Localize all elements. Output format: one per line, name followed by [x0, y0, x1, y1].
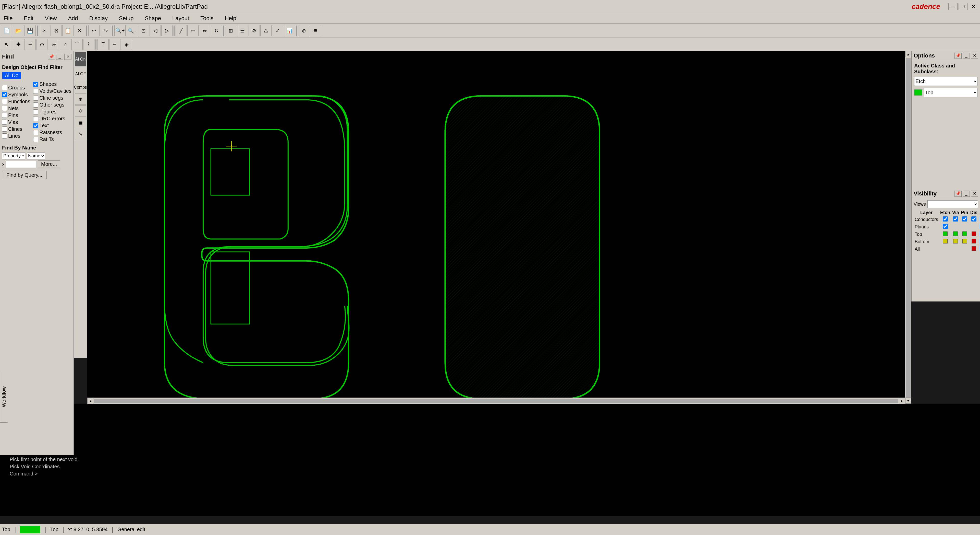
tb-grid[interactable]: ⊞: [225, 25, 236, 36]
menu-layout[interactable]: Layout: [171, 14, 191, 22]
tb-props[interactable]: ⚙: [248, 25, 260, 36]
vertical-scrollbar[interactable]: ▲ ▼: [905, 51, 911, 404]
views-select[interactable]: [928, 200, 978, 208]
tb2-align[interactable]: ⊣: [24, 39, 36, 50]
tb-paste[interactable]: 📋: [62, 25, 73, 36]
tb2-fillet[interactable]: ⌒: [72, 39, 83, 50]
conductors-dis-check[interactable]: [971, 216, 977, 222]
find-close-button[interactable]: ✕: [64, 54, 72, 60]
find-minimize-button[interactable]: _: [56, 54, 63, 60]
planes-etch-check[interactable]: [943, 224, 948, 229]
voids-checkbox[interactable]: [33, 89, 38, 94]
tb2-split[interactable]: ⌇: [83, 39, 94, 50]
scroll-up-button[interactable]: ▲: [905, 51, 911, 57]
pins-checkbox[interactable]: [2, 113, 7, 118]
lines-checkbox[interactable]: [2, 133, 7, 139]
main-canvas[interactable]: [87, 51, 911, 404]
tb-undo[interactable]: ↩: [88, 25, 100, 36]
tb2-snap[interactable]: ⊙: [36, 39, 48, 50]
menu-tools[interactable]: Tools: [199, 14, 215, 22]
conductors-etch-check[interactable]: [943, 216, 948, 222]
console-inner[interactable]: last pick: -1.4366 0.3810 Pick shape or …: [8, 404, 980, 506]
othersegs-checkbox[interactable]: [33, 102, 38, 107]
tb-zoom-in[interactable]: 🔍+: [115, 25, 126, 36]
subclass-select[interactable]: Top: [924, 88, 977, 97]
conductors-pin-check[interactable]: [962, 216, 967, 222]
find-name-input[interactable]: [6, 161, 36, 168]
tb2-text[interactable]: T: [97, 39, 109, 50]
nets-checkbox[interactable]: [2, 106, 7, 111]
side-tb-btn3[interactable]: ▣: [75, 117, 86, 128]
tb-copy[interactable]: ⎘: [51, 25, 62, 36]
tb2-trim[interactable]: ⌂: [60, 39, 71, 50]
shapes-checkbox[interactable]: [33, 82, 38, 87]
tb-zoom-prev[interactable]: ◁: [150, 25, 161, 36]
vis-pin-button[interactable]: 📌: [955, 191, 962, 197]
tb-zoom-out[interactable]: 🔍-: [126, 25, 137, 36]
vias-checkbox[interactable]: [2, 120, 7, 125]
tb2-move[interactable]: ✥: [13, 39, 24, 50]
horizontal-scrollbar[interactable]: ◄ ►: [87, 398, 905, 404]
menu-view[interactable]: View: [43, 14, 58, 22]
tb-misc2[interactable]: ≡: [310, 25, 321, 36]
symbols-checkbox[interactable]: [2, 92, 7, 97]
tb2-dim[interactable]: ↔: [109, 39, 121, 50]
tb-drc[interactable]: ⚠: [260, 25, 272, 36]
more-button[interactable]: More...: [38, 160, 60, 168]
options-pin-button[interactable]: 📌: [955, 53, 962, 59]
options-close-button[interactable]: ✕: [971, 53, 978, 59]
menu-add[interactable]: Add: [67, 14, 80, 22]
functions-checkbox[interactable]: [2, 99, 7, 104]
minimize-button[interactable]: —: [948, 3, 958, 10]
menu-setup[interactable]: Setup: [118, 14, 135, 22]
tb-zoom-fit[interactable]: ⊡: [138, 25, 149, 36]
tb-redo[interactable]: ↪: [100, 25, 111, 36]
menu-help[interactable]: Help: [223, 14, 238, 22]
tb-zoom-next[interactable]: ▷: [161, 25, 172, 36]
find-by-query-button[interactable]: Find by Query...: [2, 171, 47, 179]
clines-checkbox[interactable]: [2, 126, 7, 132]
options-minimize-button[interactable]: _: [963, 53, 970, 59]
menu-edit[interactable]: Edit: [22, 14, 35, 22]
side-tb-btn1[interactable]: ⊕: [75, 94, 86, 105]
side-tb-ai-off[interactable]: AI Off: [75, 67, 86, 81]
side-tb-btn4[interactable]: ✎: [75, 129, 86, 140]
menu-shape[interactable]: Shape: [143, 14, 162, 22]
vis-close-button[interactable]: ✕: [971, 191, 978, 197]
tb-open[interactable]: 📂: [13, 25, 24, 36]
ratsnests-checkbox[interactable]: [33, 130, 38, 135]
find-name-select[interactable]: Name: [27, 152, 45, 160]
maximize-button[interactable]: □: [959, 3, 968, 10]
groups-checkbox[interactable]: [2, 85, 7, 90]
tb-misc1[interactable]: ⊕: [298, 25, 309, 36]
scroll-down-button[interactable]: ▼: [905, 398, 911, 404]
scroll-right-button[interactable]: ►: [899, 398, 905, 404]
side-tb-btn2[interactable]: ⊘: [75, 105, 86, 117]
conductors-via-check[interactable]: [953, 216, 958, 222]
find-property-select[interactable]: Property: [2, 152, 25, 160]
vis-minimize-button[interactable]: _: [963, 191, 970, 197]
find-pin-button[interactable]: 📌: [48, 54, 55, 60]
tb2-stretch[interactable]: ⇿: [48, 39, 59, 50]
tb-add-line[interactable]: ╱: [176, 25, 187, 36]
all-do-button[interactable]: All Do: [2, 72, 21, 79]
tb-mirror[interactable]: ⇔: [199, 25, 210, 36]
menu-file[interactable]: File: [2, 14, 14, 22]
tb-cut[interactable]: ✂: [39, 25, 50, 36]
drcerrors-checkbox[interactable]: [33, 116, 38, 121]
tb-add-shape[interactable]: ▭: [187, 25, 199, 36]
close-button[interactable]: ✕: [969, 3, 978, 10]
scroll-left-button[interactable]: ◄: [87, 398, 94, 404]
tb-report[interactable]: 📊: [284, 25, 295, 36]
menu-display[interactable]: Display: [88, 14, 109, 22]
tb-check[interactable]: ✓: [272, 25, 283, 36]
tb2-misc[interactable]: ◈: [121, 39, 132, 50]
tb-delete[interactable]: ✕: [74, 25, 85, 36]
tb-layers[interactable]: ☰: [237, 25, 248, 36]
text-checkbox[interactable]: [33, 123, 38, 128]
side-tb-ai-on[interactable]: AI On: [75, 52, 86, 66]
tb2-select[interactable]: ↖: [1, 39, 12, 50]
clinesegs-checkbox[interactable]: [33, 96, 38, 101]
side-tb-comps[interactable]: Comps: [75, 82, 86, 93]
tb-rotate[interactable]: ↻: [211, 25, 222, 36]
